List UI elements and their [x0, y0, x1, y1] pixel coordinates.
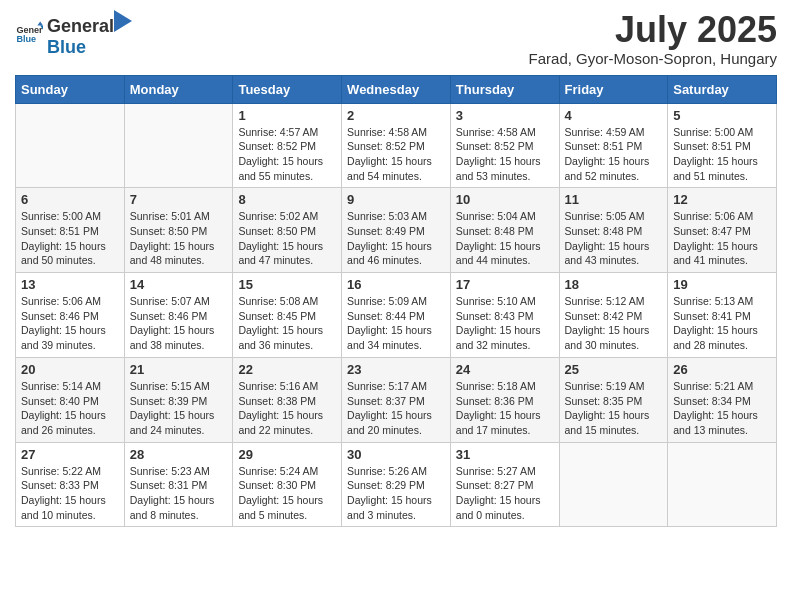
day-number: 8 [238, 192, 336, 207]
weekday-header-tuesday: Tuesday [233, 75, 342, 103]
day-number: 4 [565, 108, 663, 123]
weekday-header-thursday: Thursday [450, 75, 559, 103]
calendar-cell: 11Sunrise: 5:05 AM Sunset: 8:48 PM Dayli… [559, 188, 668, 273]
weekday-header-wednesday: Wednesday [342, 75, 451, 103]
day-info: Sunrise: 5:00 AM Sunset: 8:51 PM Dayligh… [673, 125, 771, 184]
calendar-cell: 4Sunrise: 4:59 AM Sunset: 8:51 PM Daylig… [559, 103, 668, 188]
calendar-cell [668, 442, 777, 527]
calendar-cell: 3Sunrise: 4:58 AM Sunset: 8:52 PM Daylig… [450, 103, 559, 188]
day-number: 3 [456, 108, 554, 123]
day-number: 14 [130, 277, 228, 292]
calendar-cell: 21Sunrise: 5:15 AM Sunset: 8:39 PM Dayli… [124, 357, 233, 442]
day-number: 22 [238, 362, 336, 377]
day-number: 20 [21, 362, 119, 377]
header: General Blue General Blue July 2025 Fara… [15, 10, 777, 67]
day-number: 25 [565, 362, 663, 377]
calendar-cell: 19Sunrise: 5:13 AM Sunset: 8:41 PM Dayli… [668, 273, 777, 358]
day-info: Sunrise: 5:26 AM Sunset: 8:29 PM Dayligh… [347, 464, 445, 523]
weekday-header-monday: Monday [124, 75, 233, 103]
day-info: Sunrise: 5:14 AM Sunset: 8:40 PM Dayligh… [21, 379, 119, 438]
title-area: July 2025 Farad, Gyor-Moson-Sopron, Hung… [529, 10, 777, 67]
svg-text:General: General [16, 25, 43, 35]
calendar-cell: 17Sunrise: 5:10 AM Sunset: 8:43 PM Dayli… [450, 273, 559, 358]
weekday-header-sunday: Sunday [16, 75, 125, 103]
calendar-week-1: 1Sunrise: 4:57 AM Sunset: 8:52 PM Daylig… [16, 103, 777, 188]
calendar-week-2: 6Sunrise: 5:00 AM Sunset: 8:51 PM Daylig… [16, 188, 777, 273]
calendar-week-4: 20Sunrise: 5:14 AM Sunset: 8:40 PM Dayli… [16, 357, 777, 442]
logo-text-blue: Blue [47, 37, 86, 57]
svg-text:Blue: Blue [16, 34, 36, 44]
calendar-cell: 26Sunrise: 5:21 AM Sunset: 8:34 PM Dayli… [668, 357, 777, 442]
day-info: Sunrise: 5:09 AM Sunset: 8:44 PM Dayligh… [347, 294, 445, 353]
day-info: Sunrise: 5:04 AM Sunset: 8:48 PM Dayligh… [456, 209, 554, 268]
day-info: Sunrise: 4:58 AM Sunset: 8:52 PM Dayligh… [456, 125, 554, 184]
calendar: SundayMondayTuesdayWednesdayThursdayFrid… [15, 75, 777, 528]
day-number: 27 [21, 447, 119, 462]
day-number: 6 [21, 192, 119, 207]
calendar-cell [559, 442, 668, 527]
logo-icon: General Blue [15, 20, 43, 48]
day-info: Sunrise: 5:12 AM Sunset: 8:42 PM Dayligh… [565, 294, 663, 353]
logo: General Blue General Blue [15, 10, 132, 58]
svg-marker-4 [114, 10, 132, 32]
day-info: Sunrise: 5:07 AM Sunset: 8:46 PM Dayligh… [130, 294, 228, 353]
calendar-cell: 2Sunrise: 4:58 AM Sunset: 8:52 PM Daylig… [342, 103, 451, 188]
day-info: Sunrise: 5:15 AM Sunset: 8:39 PM Dayligh… [130, 379, 228, 438]
calendar-cell: 25Sunrise: 5:19 AM Sunset: 8:35 PM Dayli… [559, 357, 668, 442]
day-info: Sunrise: 5:18 AM Sunset: 8:36 PM Dayligh… [456, 379, 554, 438]
day-number: 31 [456, 447, 554, 462]
logo-arrow-icon [114, 10, 132, 32]
day-number: 12 [673, 192, 771, 207]
calendar-cell: 7Sunrise: 5:01 AM Sunset: 8:50 PM Daylig… [124, 188, 233, 273]
day-number: 7 [130, 192, 228, 207]
calendar-cell: 14Sunrise: 5:07 AM Sunset: 8:46 PM Dayli… [124, 273, 233, 358]
calendar-cell: 30Sunrise: 5:26 AM Sunset: 8:29 PM Dayli… [342, 442, 451, 527]
calendar-cell: 27Sunrise: 5:22 AM Sunset: 8:33 PM Dayli… [16, 442, 125, 527]
day-number: 21 [130, 362, 228, 377]
calendar-week-3: 13Sunrise: 5:06 AM Sunset: 8:46 PM Dayli… [16, 273, 777, 358]
day-info: Sunrise: 5:16 AM Sunset: 8:38 PM Dayligh… [238, 379, 336, 438]
logo-text-general: General [47, 16, 114, 37]
day-number: 30 [347, 447, 445, 462]
day-number: 29 [238, 447, 336, 462]
weekday-header-row: SundayMondayTuesdayWednesdayThursdayFrid… [16, 75, 777, 103]
day-info: Sunrise: 4:59 AM Sunset: 8:51 PM Dayligh… [565, 125, 663, 184]
calendar-cell: 5Sunrise: 5:00 AM Sunset: 8:51 PM Daylig… [668, 103, 777, 188]
day-info: Sunrise: 5:23 AM Sunset: 8:31 PM Dayligh… [130, 464, 228, 523]
day-number: 2 [347, 108, 445, 123]
day-info: Sunrise: 5:22 AM Sunset: 8:33 PM Dayligh… [21, 464, 119, 523]
day-number: 18 [565, 277, 663, 292]
day-info: Sunrise: 5:05 AM Sunset: 8:48 PM Dayligh… [565, 209, 663, 268]
day-number: 1 [238, 108, 336, 123]
calendar-cell: 24Sunrise: 5:18 AM Sunset: 8:36 PM Dayli… [450, 357, 559, 442]
day-info: Sunrise: 4:58 AM Sunset: 8:52 PM Dayligh… [347, 125, 445, 184]
day-info: Sunrise: 5:06 AM Sunset: 8:47 PM Dayligh… [673, 209, 771, 268]
calendar-cell: 23Sunrise: 5:17 AM Sunset: 8:37 PM Dayli… [342, 357, 451, 442]
day-number: 9 [347, 192, 445, 207]
calendar-cell: 10Sunrise: 5:04 AM Sunset: 8:48 PM Dayli… [450, 188, 559, 273]
day-info: Sunrise: 5:13 AM Sunset: 8:41 PM Dayligh… [673, 294, 771, 353]
calendar-cell [16, 103, 125, 188]
day-number: 11 [565, 192, 663, 207]
svg-marker-2 [37, 21, 43, 25]
day-number: 13 [21, 277, 119, 292]
day-info: Sunrise: 5:02 AM Sunset: 8:50 PM Dayligh… [238, 209, 336, 268]
calendar-cell: 6Sunrise: 5:00 AM Sunset: 8:51 PM Daylig… [16, 188, 125, 273]
calendar-cell: 20Sunrise: 5:14 AM Sunset: 8:40 PM Dayli… [16, 357, 125, 442]
day-info: Sunrise: 5:21 AM Sunset: 8:34 PM Dayligh… [673, 379, 771, 438]
day-number: 26 [673, 362, 771, 377]
day-info: Sunrise: 5:01 AM Sunset: 8:50 PM Dayligh… [130, 209, 228, 268]
main-title: July 2025 [529, 10, 777, 50]
calendar-week-5: 27Sunrise: 5:22 AM Sunset: 8:33 PM Dayli… [16, 442, 777, 527]
day-number: 24 [456, 362, 554, 377]
calendar-cell: 15Sunrise: 5:08 AM Sunset: 8:45 PM Dayli… [233, 273, 342, 358]
day-info: Sunrise: 5:06 AM Sunset: 8:46 PM Dayligh… [21, 294, 119, 353]
day-info: Sunrise: 5:17 AM Sunset: 8:37 PM Dayligh… [347, 379, 445, 438]
day-info: Sunrise: 5:19 AM Sunset: 8:35 PM Dayligh… [565, 379, 663, 438]
day-info: Sunrise: 5:08 AM Sunset: 8:45 PM Dayligh… [238, 294, 336, 353]
day-info: Sunrise: 4:57 AM Sunset: 8:52 PM Dayligh… [238, 125, 336, 184]
day-number: 19 [673, 277, 771, 292]
day-info: Sunrise: 5:03 AM Sunset: 8:49 PM Dayligh… [347, 209, 445, 268]
day-info: Sunrise: 5:00 AM Sunset: 8:51 PM Dayligh… [21, 209, 119, 268]
day-number: 10 [456, 192, 554, 207]
